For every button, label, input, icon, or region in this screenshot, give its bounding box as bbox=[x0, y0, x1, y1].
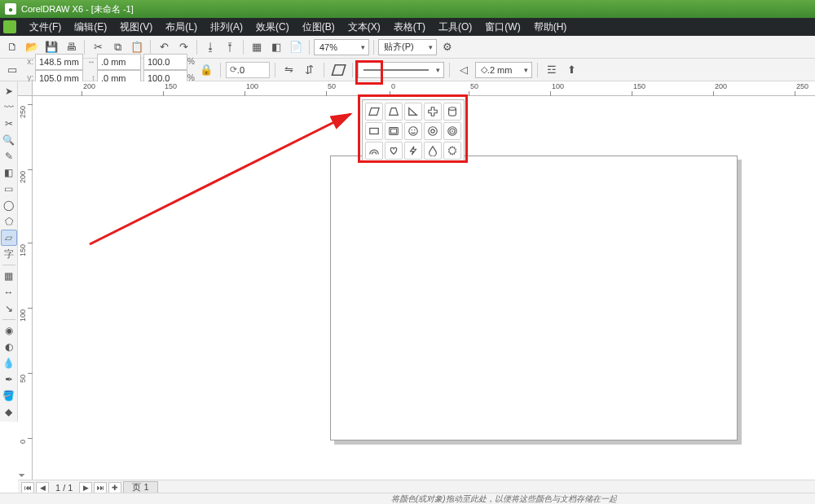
mirror-h-button[interactable]: ⇋ bbox=[280, 61, 298, 79]
connector-tool[interactable]: ↘ bbox=[1, 300, 17, 317]
smart-fill-tool[interactable]: ◧ bbox=[1, 164, 17, 181]
menu-view[interactable]: 视图(V) bbox=[113, 18, 159, 36]
dimension-tool[interactable]: ↔ bbox=[1, 284, 17, 300]
blend-tool[interactable]: ◉ bbox=[1, 322, 17, 339]
app-launcher-button[interactable]: ▦ bbox=[248, 38, 266, 56]
fill-tool[interactable]: 🪣 bbox=[1, 388, 17, 404]
menu-arrange[interactable]: 排列(A) bbox=[204, 18, 249, 36]
ellipse-tool[interactable]: ◯ bbox=[1, 197, 17, 213]
app-logo-icon bbox=[5, 3, 16, 15]
plus-icon[interactable] bbox=[424, 103, 442, 121]
pdf-button[interactable]: 📄 bbox=[287, 38, 305, 56]
zoom-combo[interactable]: 47% bbox=[314, 39, 369, 55]
svg-point-6 bbox=[412, 129, 412, 130]
target-icon[interactable] bbox=[443, 122, 461, 140]
polygon-tool[interactable]: ⬠ bbox=[1, 213, 17, 230]
svg-rect-2 bbox=[370, 129, 379, 134]
crop-tool[interactable]: ✂ bbox=[1, 116, 17, 132]
menu-file[interactable]: 文件(F) bbox=[23, 18, 68, 36]
heart-icon[interactable] bbox=[385, 142, 403, 160]
line-style-combo[interactable] bbox=[358, 62, 444, 78]
frame-icon[interactable] bbox=[385, 122, 403, 140]
menu-edit[interactable]: 编辑(E) bbox=[68, 18, 113, 36]
table-tool[interactable]: ▦ bbox=[1, 268, 17, 284]
menu-tools[interactable]: 工具(O) bbox=[432, 18, 478, 36]
svg-point-5 bbox=[409, 127, 418, 136]
cylinder-icon[interactable] bbox=[443, 103, 461, 121]
toolbox: ➤ 〰 ✂ 🔍 ✎ ◧ ▭ ◯ ⬠ ▱ 字 ▦ ↔ ↘ ◉ ◐ 💧 ✒ 🪣 ◆ bbox=[0, 81, 18, 422]
lightning-icon[interactable] bbox=[404, 142, 422, 160]
menu-layout[interactable]: 布局(L) bbox=[159, 18, 204, 36]
docker-toggle-icon[interactable]: ⏷ bbox=[18, 471, 26, 480]
page-size-button[interactable]: ▭ bbox=[3, 61, 21, 79]
rectangle-tool[interactable]: ▭ bbox=[1, 181, 17, 197]
new-button[interactable]: 🗋 bbox=[3, 38, 21, 56]
svg-point-7 bbox=[414, 129, 415, 130]
property-bar: ▭ x:148.5 mm y:105.0 mm ↔.0 mm ↕.0 mm 10… bbox=[0, 59, 815, 81]
ruler-origin[interactable] bbox=[18, 81, 33, 96]
wrap-text-button[interactable]: ☲ bbox=[543, 61, 561, 79]
svg-point-1 bbox=[449, 107, 456, 111]
scale-x-input[interactable]: 100.0 bbox=[143, 54, 187, 70]
zoom-tool[interactable]: 🔍 bbox=[1, 132, 17, 148]
perfect-shape-button[interactable] bbox=[329, 61, 347, 79]
eyedropper-tool[interactable]: 💧 bbox=[1, 355, 17, 371]
freehand-tool[interactable]: ✎ bbox=[1, 148, 17, 164]
status-bar: 将颜色(或对象)拖动至此处，以便将这些颜色与文档存储在一起 bbox=[0, 493, 815, 504]
welcome-button[interactable]: ◧ bbox=[267, 38, 285, 56]
svg-point-12 bbox=[452, 130, 453, 132]
text-tool[interactable]: 字 bbox=[1, 246, 17, 262]
transparency-tool[interactable]: ◐ bbox=[1, 339, 17, 355]
outline-width-combo[interactable]: ◇ .2 mm bbox=[475, 62, 532, 78]
options-button[interactable]: ⚙ bbox=[438, 38, 456, 56]
pick-tool[interactable]: ➤ bbox=[1, 83, 17, 99]
first-page-button[interactable]: ⏮ bbox=[21, 482, 34, 493]
menu-bitmaps[interactable]: 位图(B) bbox=[296, 18, 341, 36]
start-arrowhead-button[interactable]: ◁ bbox=[455, 61, 473, 79]
prev-page-button[interactable]: ◀ bbox=[36, 482, 49, 493]
smiley-icon[interactable] bbox=[404, 122, 422, 140]
shape-tool[interactable]: 〰 bbox=[1, 99, 17, 116]
parallelogram-icon[interactable] bbox=[365, 103, 383, 121]
cog-icon[interactable] bbox=[443, 142, 461, 160]
menu-window[interactable]: 窗口(W) bbox=[478, 18, 526, 36]
mirror-v-button[interactable]: ⇵ bbox=[301, 61, 319, 79]
menu-bar: 文件(F) 编辑(E) 视图(V) 布局(L) 排列(A) 效果(C) 位图(B… bbox=[0, 18, 815, 36]
last-page-button[interactable]: ⏭ bbox=[94, 482, 107, 493]
donut-icon[interactable] bbox=[424, 122, 442, 140]
menu-help[interactable]: 帮助(H) bbox=[527, 18, 574, 36]
svg-point-8 bbox=[429, 127, 438, 136]
to-front-button[interactable]: ⬆ bbox=[563, 61, 581, 79]
arch-icon[interactable] bbox=[365, 142, 383, 160]
ruler-horizontal[interactable]: 20015010050050100150200250 bbox=[33, 81, 815, 96]
ruler-vertical[interactable]: 250200150100500 bbox=[18, 96, 33, 480]
corel-icon bbox=[3, 20, 16, 33]
page[interactable] bbox=[330, 156, 738, 440]
snap-combo[interactable]: 贴齐(P) bbox=[378, 39, 437, 55]
page-indicator: 1 / 1 bbox=[55, 483, 73, 493]
basic-shapes-flyout bbox=[362, 99, 465, 163]
rectangle-icon[interactable] bbox=[365, 122, 383, 140]
lock-ratio-button[interactable]: 🔒 bbox=[197, 61, 215, 79]
menu-table[interactable]: 表格(T) bbox=[387, 18, 432, 36]
import-button[interactable]: ⭳ bbox=[201, 38, 219, 56]
export-button[interactable]: ⭱ bbox=[221, 38, 239, 56]
page-tab-1[interactable]: 页 1 bbox=[123, 481, 157, 493]
trapezoid-icon[interactable] bbox=[385, 103, 403, 121]
svg-rect-4 bbox=[391, 129, 397, 133]
pos-x-input[interactable]: 148.5 mm bbox=[35, 54, 83, 70]
window-title: CorelDRAW X6 - [未命名 -1] bbox=[21, 3, 134, 15]
menu-text[interactable]: 文本(X) bbox=[341, 18, 387, 36]
width-input[interactable]: .0 mm bbox=[97, 54, 141, 70]
drop-icon[interactable] bbox=[424, 142, 442, 160]
title-bar: CorelDRAW X6 - [未命名 -1] bbox=[0, 0, 815, 18]
rotation-input[interactable]: ⟳ .0 bbox=[226, 62, 270, 78]
next-page-button[interactable]: ▶ bbox=[79, 482, 92, 493]
add-page-button[interactable]: ✚ bbox=[108, 482, 121, 493]
basic-shapes-tool[interactable]: ▱ bbox=[1, 230, 17, 246]
menu-effects[interactable]: 效果(C) bbox=[249, 18, 296, 36]
right-triangle-icon[interactable] bbox=[404, 103, 422, 121]
interactive-fill-tool[interactable]: ◆ bbox=[1, 404, 17, 420]
svg-point-9 bbox=[431, 129, 434, 133]
outline-tool[interactable]: ✒ bbox=[1, 371, 17, 388]
